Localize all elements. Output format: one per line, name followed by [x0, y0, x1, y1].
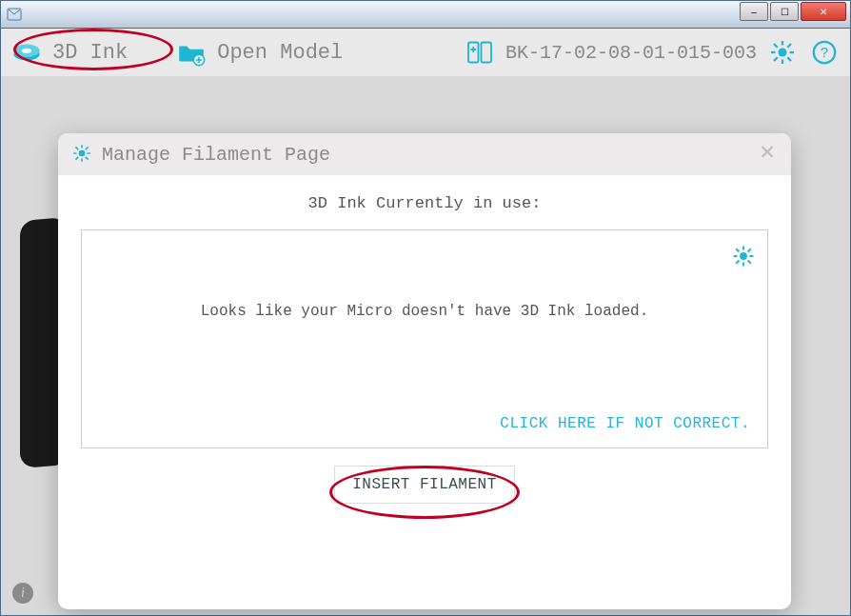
- svg-line-27: [75, 147, 78, 149]
- svg-line-30: [75, 157, 78, 160]
- close-glyph: ✕: [820, 7, 827, 17]
- svg-point-3: [22, 49, 31, 53]
- ink-status-panel: Looks like your Micro doesn't have 3D In…: [81, 229, 768, 448]
- svg-point-11: [779, 49, 787, 57]
- not-correct-link[interactable]: CLICK HERE IF NOT CORRECT.: [500, 415, 750, 432]
- dialog-close-button[interactable]: ✕: [755, 141, 780, 166]
- svg-line-39: [736, 261, 739, 264]
- device-icon[interactable]: [464, 36, 496, 69]
- dialog-subtitle: 3D Ink Currently in use:: [81, 194, 768, 212]
- svg-line-36: [736, 248, 739, 251]
- maximize-button[interactable]: ☐: [770, 2, 799, 21]
- main-toolbar: 3D Ink Open Model BK-17-02-08-01-015-003: [1, 29, 850, 76]
- svg-point-31: [740, 252, 747, 260]
- dialog-title: Manage Filament Page: [102, 144, 330, 166]
- ink-button-label[interactable]: 3D Ink: [52, 41, 128, 65]
- window-close-button[interactable]: ✕: [801, 2, 846, 21]
- minimize-glyph: –: [751, 7, 757, 17]
- no-ink-message: Looks like your Micro doesn't have 3D In…: [82, 303, 767, 320]
- spool-icon[interactable]: [10, 36, 43, 69]
- svg-line-29: [86, 147, 89, 149]
- folder-icon[interactable]: [175, 36, 208, 69]
- svg-line-37: [748, 261, 751, 264]
- dialog-body: 3D Ink Currently in use:: [58, 175, 791, 523]
- dialog-gear-icon: [71, 143, 94, 166]
- open-model-button-label[interactable]: Open Model: [217, 41, 343, 65]
- window-titlebar: – ☐ ✕: [0, 0, 851, 29]
- svg-line-18: [787, 44, 791, 48]
- info-badge[interactable]: i: [12, 583, 33, 604]
- main-stage: i Manage Filament Page ✕: [1, 105, 850, 615]
- maximize-glyph: ☐: [781, 7, 789, 17]
- settings-icon[interactable]: [766, 36, 799, 69]
- dialog-header: Manage Filament Page ✕: [58, 133, 791, 175]
- svg-line-16: [774, 44, 778, 48]
- help-icon[interactable]: ?: [808, 36, 841, 69]
- panel-settings-icon[interactable]: [731, 244, 756, 273]
- svg-line-38: [748, 248, 751, 251]
- printer-id-label: BK-17-02-08-01-015-003: [505, 42, 757, 64]
- svg-rect-8: [481, 43, 491, 63]
- svg-line-17: [787, 57, 791, 61]
- app-icon: [7, 7, 22, 22]
- svg-line-28: [86, 157, 89, 160]
- svg-point-22: [79, 150, 86, 157]
- manage-filament-dialog: Manage Filament Page ✕ 3D Ink Currently …: [58, 133, 791, 609]
- insert-filament-button[interactable]: INSERT FILAMENT: [334, 466, 515, 504]
- svg-text:?: ?: [821, 44, 828, 60]
- svg-line-19: [774, 57, 778, 61]
- app-frame: 3D Ink Open Model BK-17-02-08-01-015-003: [0, 29, 851, 616]
- minimize-button[interactable]: –: [740, 2, 768, 21]
